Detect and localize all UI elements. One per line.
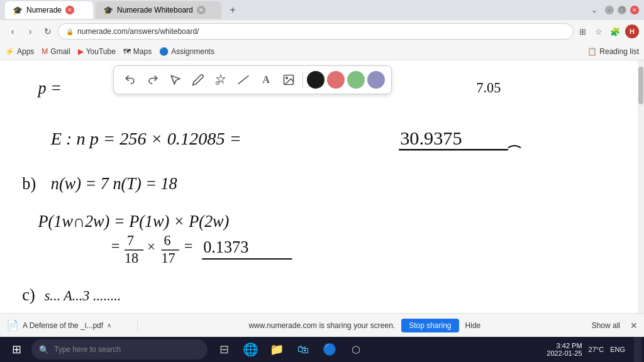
bookmark-apps[interactable]: ⚡ Apps <box>5 47 34 56</box>
browser-sidebar-icon[interactable]: ⊞ <box>576 25 589 38</box>
svg-text:p =: p = <box>37 79 62 97</box>
whiteboard-toolbar: A <box>113 65 392 94</box>
browser-settings-icon[interactable]: ⌄ <box>587 4 601 16</box>
whiteboard[interactable]: A p = 7.05 <box>0 60 644 337</box>
favorites-icon[interactable]: ☆ <box>592 25 605 38</box>
svg-text:=: = <box>111 238 120 255</box>
reading-list-icon: 📋 <box>587 47 597 56</box>
tab2-close-btn[interactable]: ✕ <box>197 6 206 14</box>
shapes-tool-btn[interactable] <box>211 70 231 90</box>
tab1-favicon: 🎓 <box>13 6 23 15</box>
pdf-chevron-icon: ∧ <box>107 322 111 329</box>
hide-btn[interactable]: Hide <box>465 321 481 330</box>
pdf-label: A Defense of the _i...pdf <box>23 321 103 330</box>
svg-text:30.9375: 30.9375 <box>400 128 462 149</box>
svg-text:s... A...3           ........: s... A...3 ........ <box>45 288 121 304</box>
address-text: numerade.com/answers/whiteboard/ <box>77 27 199 36</box>
undo-btn[interactable] <box>120 70 140 90</box>
forward-btn[interactable]: › <box>23 24 38 39</box>
address-input[interactable]: 🔒 numerade.com/answers/whiteboard/ <box>58 23 574 40</box>
assignments-icon: 🔵 <box>159 47 169 56</box>
extensions-icon[interactable]: 🧩 <box>609 25 621 38</box>
share-notice-text: www.numerade.com is sharing your screen. <box>248 321 395 330</box>
bookmark-maps-label: Maps <box>133 47 152 56</box>
select-tool-btn[interactable] <box>165 70 186 90</box>
bookmark-maps[interactable]: 🗺 Maps <box>123 47 152 56</box>
color-blue[interactable] <box>367 71 385 89</box>
toolbar-divider <box>303 72 303 87</box>
color-red[interactable] <box>327 71 345 89</box>
lock-icon: 🔒 <box>66 28 74 35</box>
bookmark-assignments[interactable]: 🔵 Assignments <box>159 47 214 56</box>
address-icons: ⊞ ☆ 🧩 H <box>576 25 639 38</box>
maps-icon: 🗺 <box>123 47 131 56</box>
stop-sharing-btn[interactable]: Stop sharing <box>401 319 458 332</box>
gmail-icon: M <box>42 47 48 56</box>
svg-text:7: 7 <box>127 233 134 248</box>
refresh-btn[interactable]: ↻ <box>40 24 55 39</box>
divider <box>137 319 138 332</box>
address-bar-row: ‹ › ↻ 🔒 numerade.com/answers/whiteboard/… <box>0 20 644 43</box>
bookmarks-bar: ⚡ Apps M Gmail ▶ YouTube 🗺 Maps 🔵 Assign… <box>0 43 644 60</box>
redo-btn[interactable] <box>143 70 163 90</box>
right-scrollbar[interactable] <box>638 60 644 337</box>
svg-text:E : n p = 256 × 0.12085 =: E : n p = 256 × 0.12085 = <box>50 129 242 148</box>
browser-frame: 🎓 Numerade ✕ 🎓 Numerade Whiteboard ✕ + ⌄… <box>0 0 644 362</box>
line-tool-btn[interactable] <box>233 70 253 90</box>
start-button[interactable]: ⊞ <box>3 337 30 362</box>
show-desktop-btn[interactable] <box>634 337 641 362</box>
taskbar-chrome-icon[interactable]: 🔵 <box>317 337 342 362</box>
taskbar-app2-icon[interactable]: ⬡ <box>343 337 369 362</box>
profile-avatar[interactable]: H <box>625 25 639 38</box>
bookmark-gmail[interactable]: M Gmail <box>42 47 70 56</box>
back-btn[interactable]: ‹ <box>5 24 20 39</box>
new-tab-button[interactable]: + <box>224 1 242 19</box>
taskbar-search[interactable]: 🔍 Type here to search <box>31 339 208 359</box>
tab1-close-btn[interactable]: ✕ <box>65 6 74 14</box>
svg-text:6: 6 <box>164 233 171 248</box>
tab-numerade-whiteboard[interactable]: 🎓 Numerade Whiteboard ✕ <box>96 1 221 19</box>
pdf-icon: 📄 <box>6 319 19 331</box>
pdf-item[interactable]: 📄 A Defense of the _i...pdf ∧ <box>6 319 132 331</box>
search-icon: 🔍 <box>39 345 49 354</box>
search-placeholder-text: Type here to search <box>54 345 121 354</box>
taskbar-pinned-icons: ⊟ 🌐 📁 🛍 🔵 ⬡ <box>211 337 369 362</box>
pencil-tool-btn[interactable] <box>188 70 208 90</box>
clock-date: 2022-01-25 <box>547 349 582 357</box>
scrollbar-thumb <box>638 67 643 104</box>
bookmark-gmail-label: Gmail <box>50 47 70 56</box>
windows-logo-icon: ⊞ <box>12 343 21 356</box>
title-bar: 🎓 Numerade ✕ 🎓 Numerade Whiteboard ✕ + ⌄… <box>0 0 644 20</box>
svg-line-1 <box>238 75 249 84</box>
svg-text:×: × <box>147 239 155 255</box>
window-close-btn[interactable]: ✕ <box>630 6 639 14</box>
bookmark-youtube[interactable]: ▶ YouTube <box>78 47 116 56</box>
svg-text:n(w) = 7    n(T) = 18: n(w) = 7 n(T) = 18 <box>51 175 177 193</box>
show-all-btn[interactable]: Show all <box>592 321 620 330</box>
color-green[interactable] <box>347 71 365 89</box>
text-tool-btn[interactable]: A <box>256 70 276 90</box>
svg-text:7.05: 7.05 <box>476 80 501 96</box>
taskbar-file-explorer-icon[interactable]: 📁 <box>264 337 289 362</box>
window-minimize-btn[interactable]: − <box>605 6 614 14</box>
image-tool-btn[interactable] <box>279 70 299 90</box>
reading-list-btn[interactable]: 📋 Reading list <box>587 47 639 56</box>
tab1-label: Numerade <box>26 6 62 14</box>
taskbar-store-icon[interactable]: 🛍 <box>291 337 316 362</box>
time-display[interactable]: 3:42 PM 2022-01-25 <box>547 342 582 357</box>
color-black[interactable] <box>307 71 325 89</box>
taskbar-edge-icon[interactable]: 🌐 <box>238 337 263 362</box>
taskbar: ⊞ 🔍 Type here to search ⊟ 🌐 📁 🛍 🔵 ⬡ 3:42… <box>0 337 644 362</box>
taskbar-tray: 3:42 PM 2022-01-25 27°C ENG <box>547 342 630 357</box>
tab-numerade[interactable]: 🎓 Numerade ✕ <box>5 1 93 19</box>
reading-list-label: Reading list <box>599 47 639 56</box>
youtube-icon: ▶ <box>78 47 84 56</box>
temperature-display: 27°C <box>589 346 604 353</box>
clock-time: 3:42 PM <box>557 342 582 349</box>
svg-text:0.1373: 0.1373 <box>203 238 248 256</box>
task-view-btn[interactable]: ⊟ <box>211 337 236 362</box>
close-share-bar-btn[interactable]: ✕ <box>630 321 638 331</box>
window-maximize-btn[interactable]: ❐ <box>618 6 626 14</box>
share-notice: www.numerade.com is sharing your screen.… <box>143 319 587 332</box>
svg-text:P(1w∩2w) = P(1w) × P(2w): P(1w∩2w) = P(1w) × P(2w) <box>38 212 230 231</box>
